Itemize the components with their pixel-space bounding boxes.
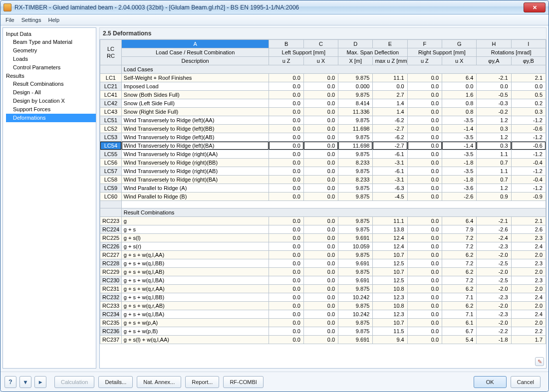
col-header-lcrc[interactable]: LCRC: [100, 40, 122, 65]
cell-value[interactable]: 0.0: [407, 276, 442, 285]
cell-value[interactable]: 11.1: [373, 217, 407, 225]
menu-settings[interactable]: Settings: [21, 17, 41, 23]
cell-value[interactable]: 0.0: [303, 293, 338, 302]
row-description[interactable]: g + s(l): [121, 234, 269, 242]
table-row[interactable]: LC60Wind Parallel to Ridge (B)0.00.09.87…: [100, 193, 546, 201]
cell-value[interactable]: 0.0: [407, 99, 442, 108]
cell-value[interactable]: 0.0: [269, 74, 303, 82]
cell-value[interactable]: 12.3: [373, 310, 407, 319]
tree-item[interactable]: Support Forces: [6, 105, 96, 114]
cell-value[interactable]: 0.0: [407, 82, 442, 91]
close-button[interactable]: ✕: [524, 2, 546, 12]
tree-item[interactable]: Geometry: [6, 46, 96, 55]
cell-value[interactable]: 0.0: [303, 310, 338, 319]
cell-value[interactable]: 9.875: [338, 133, 373, 142]
rf-combi-button[interactable]: RF-COMBI: [223, 376, 263, 388]
cell-value[interactable]: 0.0: [407, 193, 442, 201]
cell-value[interactable]: 0.0: [269, 310, 303, 319]
cell-value[interactable]: 0.0: [269, 217, 303, 225]
cell-value[interactable]: -0.5: [477, 91, 511, 99]
cell-value[interactable]: 0.0: [407, 91, 442, 99]
cell-value[interactable]: -2.0: [477, 285, 511, 293]
cell-value[interactable]: 7.9: [442, 225, 477, 234]
cell-value[interactable]: 0.0: [269, 193, 303, 201]
cell-value[interactable]: 9.875: [338, 251, 373, 259]
row-id[interactable]: LC57: [100, 167, 122, 176]
cell-value[interactable]: 0.0: [269, 327, 303, 336]
cell-value[interactable]: -2.7: [373, 142, 407, 150]
row-description[interactable]: Wind Parallel to Ridge (B): [121, 193, 269, 201]
cell-value[interactable]: 2.1: [511, 217, 546, 225]
cell-value[interactable]: 10.242: [338, 310, 373, 319]
row-id[interactable]: LC21: [100, 82, 122, 91]
cell-value[interactable]: 9.875: [338, 116, 373, 125]
cell-value[interactable]: 2.2: [511, 327, 546, 336]
cell-value[interactable]: 0.0: [407, 242, 442, 251]
cell-value[interactable]: 1.2: [477, 116, 511, 125]
cell-value[interactable]: 6.1: [442, 319, 477, 327]
table-row[interactable]: LC51Wind Transversely to Ridge (left)(AA…: [100, 116, 546, 125]
cell-value[interactable]: 10.8: [373, 302, 407, 310]
cell-value[interactable]: 11.336: [338, 108, 373, 116]
cell-value[interactable]: -2.1: [477, 74, 511, 82]
cell-value[interactable]: 7.2: [442, 242, 477, 251]
col-letter[interactable]: H: [477, 40, 511, 48]
cell-value[interactable]: 0.0: [303, 176, 338, 184]
row-id[interactable]: LC51: [100, 116, 122, 125]
cell-value[interactable]: 0.0: [407, 302, 442, 310]
cell-value[interactable]: -0.6: [511, 142, 546, 150]
cell-value[interactable]: 0.0: [269, 268, 303, 276]
table-row[interactable]: RC226g + s(r)0.00.010.05912.40.07.2-2.32…: [100, 242, 546, 251]
table-row[interactable]: LC54Wind Transversely to Ridge (left)(BA…: [100, 142, 546, 150]
cell-value[interactable]: 2.0: [511, 285, 546, 293]
col-header[interactable]: max u Z [mm]: [373, 57, 407, 65]
cell-value[interactable]: 0.0: [407, 310, 442, 319]
cell-value[interactable]: -6.2: [373, 116, 407, 125]
cell-value[interactable]: 0.3: [511, 108, 546, 116]
cell-value[interactable]: -3.6: [442, 184, 477, 193]
cell-value[interactable]: 0.0: [269, 259, 303, 268]
cell-value[interactable]: 1.4: [373, 99, 407, 108]
cell-value[interactable]: 0.0: [511, 82, 546, 91]
row-id[interactable]: RC225: [100, 234, 122, 242]
cell-value[interactable]: 0.0: [303, 193, 338, 201]
table-row[interactable]: RC231g + s + w(q,r,AA)0.00.09.87510.80.0…: [100, 285, 546, 293]
col-letter[interactable]: G: [442, 40, 477, 48]
cell-value[interactable]: -2.7: [373, 125, 407, 133]
cell-value[interactable]: 0.0: [303, 91, 338, 99]
table-row[interactable]: LC52Wind Transversely to Ridge (left)(BB…: [100, 125, 546, 133]
cell-value[interactable]: -3.5: [442, 167, 477, 176]
cell-value[interactable]: 12.3: [373, 293, 407, 302]
cell-value[interactable]: -2.0: [477, 319, 511, 327]
cell-value[interactable]: 6.2: [442, 285, 477, 293]
cell-value[interactable]: -1.8: [442, 159, 477, 167]
cell-value[interactable]: 0.000: [338, 82, 373, 91]
cell-value[interactable]: 0.0: [303, 285, 338, 293]
table-row[interactable]: RC236g + s + w(p,B)0.00.09.87511.50.06.7…: [100, 327, 546, 336]
cell-value[interactable]: -1.4: [442, 142, 477, 150]
row-id[interactable]: RC233: [100, 302, 122, 310]
row-description[interactable]: g + s + w(q,l,BB): [121, 259, 269, 268]
cell-value[interactable]: 0.2: [511, 99, 546, 108]
cell-value[interactable]: 13.8: [373, 225, 407, 234]
cell-value[interactable]: 0.8: [442, 99, 477, 108]
table-row[interactable]: RC225g + s(l)0.00.09.69112.40.07.2-2.42.…: [100, 234, 546, 242]
cell-value[interactable]: 0.0: [269, 150, 303, 159]
col-header[interactable]: Description: [121, 57, 269, 65]
cell-value[interactable]: 2.3: [511, 276, 546, 285]
cell-value[interactable]: 6.4: [442, 217, 477, 225]
cell-value[interactable]: 7.2: [442, 259, 477, 268]
col-letter[interactable]: B: [269, 40, 303, 48]
cell-value[interactable]: 0.0: [407, 150, 442, 159]
cell-value[interactable]: 12.5: [373, 259, 407, 268]
cell-value[interactable]: 9.875: [338, 74, 373, 82]
cell-value[interactable]: 0.0: [407, 74, 442, 82]
row-id[interactable]: RC231: [100, 285, 122, 293]
details-button[interactable]: Details...: [98, 376, 133, 388]
col-letter[interactable]: I: [511, 40, 546, 48]
cell-value[interactable]: 8.414: [338, 99, 373, 108]
cell-value[interactable]: 2.0: [511, 251, 546, 259]
menu-help[interactable]: Help: [48, 17, 59, 23]
cell-value[interactable]: -2.3: [477, 310, 511, 319]
row-id[interactable]: LC53: [100, 133, 122, 142]
